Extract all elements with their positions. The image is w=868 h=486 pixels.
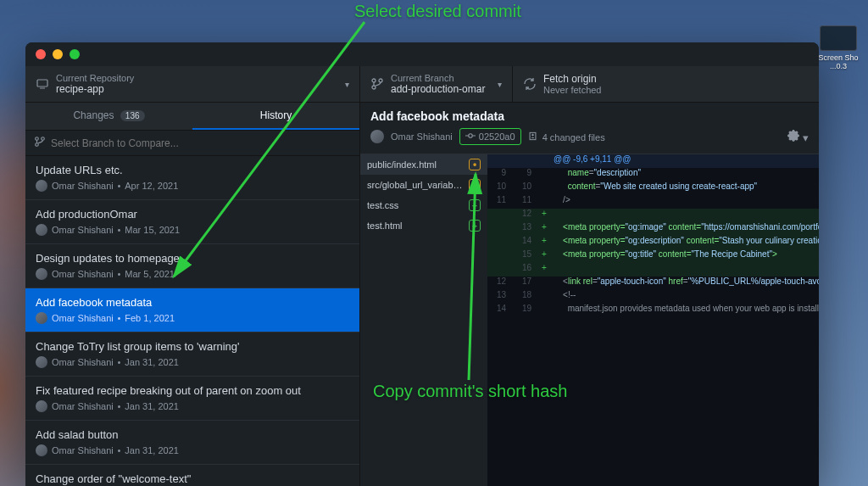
- commit-date: Jan 31, 2021: [125, 445, 179, 455]
- maximize-window-button[interactable]: [70, 49, 80, 59]
- branch-value: add-production-omar: [391, 83, 485, 95]
- avatar: [36, 224, 47, 236]
- avatar: [36, 180, 47, 192]
- commit-title: Add facebook metadata: [36, 296, 349, 309]
- svg-point-10: [42, 137, 45, 141]
- commit-title: Fix featured recipe breaking out of pare…: [36, 384, 349, 397]
- commit-date: Mar 15, 2021: [125, 225, 180, 235]
- diff-line: 1217 <link rel="apple-touch-icon" href="…: [487, 277, 819, 290]
- diff-line: 1419 manifest.json provides metadata use…: [487, 304, 819, 317]
- branch-icon: [34, 136, 46, 150]
- hash-value: 02520a0: [479, 131, 515, 142]
- compare-branch-input[interactable]: [51, 137, 351, 149]
- commit-author: Omar Shishani: [52, 181, 114, 191]
- fetch-label: Fetch origin: [543, 73, 601, 85]
- sync-icon: [523, 77, 537, 91]
- diff-line: 13+ <meta property="og:image" content="h…: [487, 222, 819, 236]
- commit-date: Mar 5, 2021: [125, 269, 175, 279]
- commit-date: Feb 1, 2021: [125, 313, 175, 323]
- commit-item[interactable]: Change order of "welcome-text" Omar Shis…: [25, 465, 359, 486]
- commit-item[interactable]: Add salad button Omar Shishani•Jan 31, 2…: [25, 421, 359, 465]
- commit-title: Design updates to homepage: [36, 252, 349, 265]
- commit-item[interactable]: Fix featured recipe breaking out of pare…: [25, 377, 359, 421]
- chevron-down-icon: ▾: [345, 80, 349, 89]
- commit-author: Omar Shishani: [52, 445, 114, 455]
- main-toolbar: Current Repository recipe-app ▾ Current …: [25, 66, 819, 103]
- desktop-screenshot-icon[interactable]: Screen Sho...0.3: [817, 25, 860, 70]
- avatar: [36, 444, 47, 456]
- commit-author: Omar Shishani: [52, 357, 114, 367]
- diff-line: 12+: [487, 209, 819, 222]
- commit-item[interactable]: Add facebook metadata Omar Shishani•Feb …: [25, 288, 359, 332]
- changed-files-link[interactable]: 4 changed files: [528, 131, 605, 142]
- commit-author: Omar Shishani: [52, 401, 114, 411]
- repo-label: Current Repository: [56, 73, 134, 83]
- tab-changes[interactable]: Changes 136: [25, 103, 192, 130]
- diff-line: 1111 />: [487, 195, 819, 209]
- commit-author: Omar Shishani: [52, 313, 114, 323]
- file-name: src/global_url_variable.js: [367, 180, 464, 190]
- file-item[interactable]: test.css: [360, 195, 487, 215]
- commit-author: Omar Shishani: [52, 225, 114, 235]
- commit-hash[interactable]: 02520a0: [459, 128, 521, 145]
- chevron-down-icon: ▾: [498, 80, 502, 89]
- commit-author: Omar Shishani: [52, 269, 114, 279]
- github-desktop-window: Current Repository recipe-app ▾ Current …: [25, 42, 819, 486]
- commit-date: Jan 31, 2021: [125, 357, 179, 367]
- fetch-button[interactable]: Fetch origin Never fetched: [513, 66, 819, 102]
- commit-item[interactable]: Design updates to homepage Omar Shishani…: [25, 244, 359, 288]
- svg-point-5: [372, 79, 376, 82]
- minimize-window-button[interactable]: [53, 49, 63, 59]
- commit-list[interactable]: Update URLs etc. Omar Shishani•Apr 12, 2…: [25, 156, 359, 486]
- file-item[interactable]: public/index.html: [360, 154, 487, 175]
- branch-label: Current Branch: [391, 73, 485, 83]
- added-badge: [469, 199, 481, 211]
- svg-point-9: [36, 143, 39, 147]
- commit-item[interactable]: Change ToTry list group items to 'warnin…: [25, 332, 359, 377]
- commit-icon: [465, 131, 476, 142]
- close-window-button[interactable]: [36, 49, 46, 59]
- svg-point-8: [36, 137, 39, 141]
- commit-title: Add productionOmar: [36, 208, 349, 221]
- modified-badge: [469, 179, 481, 191]
- branch-selector[interactable]: Current Branch add-production-omar ▾: [360, 66, 513, 102]
- file-name: test.html: [367, 221, 464, 231]
- file-name: test.css: [367, 200, 464, 210]
- diff-view[interactable]: @@ -9,6 +9,11 @@99 name="description"101…: [487, 154, 819, 486]
- diff-hunk-header: @@ -9,6 +9,11 @@: [487, 154, 819, 168]
- compare-branch-bar[interactable]: [25, 131, 359, 156]
- commit-date: Jan 31, 2021: [125, 401, 179, 411]
- avatar: [36, 356, 47, 368]
- svg-rect-3: [37, 80, 47, 87]
- changed-file-list: public/index.html src/global_url_variabl…: [360, 154, 487, 486]
- fetch-status: Never fetched: [543, 85, 601, 95]
- svg-point-11: [469, 134, 473, 138]
- commit-item[interactable]: Add productionOmar Omar Shishani•Mar 15,…: [25, 200, 359, 244]
- titlebar[interactable]: [25, 42, 819, 66]
- thumbnail: [820, 25, 857, 51]
- modified-badge: [469, 159, 481, 170]
- commit-title: Change ToTry list group items to 'warnin…: [36, 340, 349, 353]
- changes-count-badge: 136: [120, 110, 145, 121]
- file-name: public/index.html: [367, 159, 464, 170]
- repo-selector[interactable]: Current Repository recipe-app ▾: [25, 66, 360, 102]
- avatar: [36, 268, 47, 280]
- commit-title: Change order of "welcome-text": [36, 472, 349, 485]
- file-item[interactable]: test.html: [360, 215, 487, 236]
- computer-icon: [36, 77, 49, 91]
- avatar: [36, 400, 47, 412]
- diff-line: 16+: [487, 263, 819, 277]
- sidebar: Changes 136 History Update URLs etc. Oma…: [25, 103, 360, 486]
- svg-point-7: [379, 79, 382, 82]
- commit-item[interactable]: Update URLs etc. Omar Shishani•Apr 12, 2…: [25, 156, 359, 200]
- file-item[interactable]: src/global_url_variable.js: [360, 175, 487, 195]
- diff-icon: [528, 132, 540, 142]
- tab-history[interactable]: History: [192, 103, 359, 130]
- commit-title: Add salad button: [36, 428, 349, 441]
- desktop-icon-label: Screen Sho: [818, 53, 858, 62]
- gear-icon[interactable]: ▾: [787, 130, 809, 144]
- commit-detail: Add facebook metadata Omar Shishani 0252…: [360, 103, 819, 486]
- diff-line: 1318 <!--: [487, 290, 819, 304]
- diff-line: 15+ <meta property="og:title" content="T…: [487, 249, 819, 263]
- commit-title: Update URLs etc.: [36, 164, 349, 176]
